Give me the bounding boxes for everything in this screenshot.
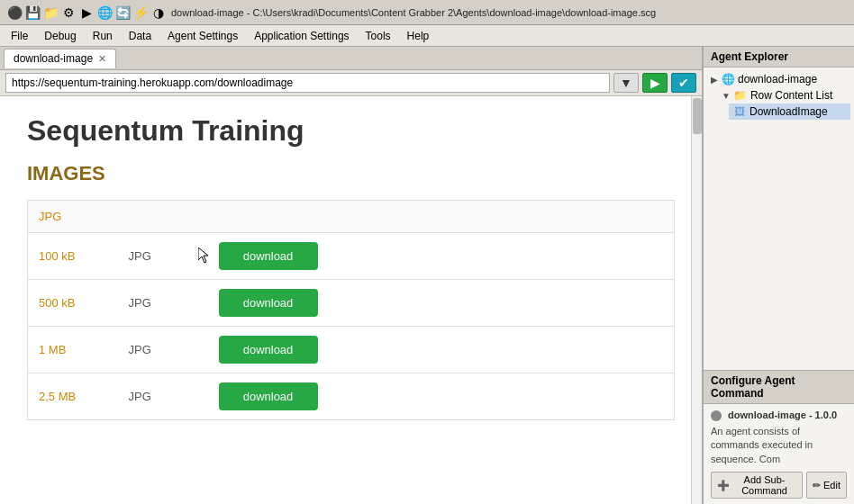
- browser-panel: download-image ✕ ▼ ▶ ✔ Sequentum Trainin…: [0, 47, 703, 504]
- navigate-button[interactable]: ▶: [642, 73, 668, 93]
- action-cell-2: download: [208, 280, 675, 327]
- tab-bar: download-image ✕: [0, 47, 702, 70]
- type-cell-1: JPG: [118, 233, 208, 280]
- half-circle-icon[interactable]: ◑: [151, 5, 166, 20]
- menu-agent-settings[interactable]: Agent Settings: [160, 28, 245, 44]
- title-bar: ⚫ 💾 📁 ⚙ ▶ 🌐 🔄 ⚡ ◑ download-image - C:\Us…: [0, 0, 854, 25]
- plus-icon: ➕: [717, 480, 730, 491]
- type-cell-4: JPG: [118, 374, 208, 420]
- download-button-1[interactable]: download: [219, 242, 318, 270]
- tree-item-row-content[interactable]: ▼ 📁 Row Content List: [718, 87, 850, 104]
- globe-tree-icon: 🌐: [721, 73, 735, 86]
- dropdown-button[interactable]: ▼: [613, 73, 639, 93]
- menu-help[interactable]: Help: [400, 28, 437, 44]
- type-cell-2: JPG: [118, 280, 208, 327]
- run-icon[interactable]: ▶: [79, 5, 94, 20]
- tree-item-root[interactable]: ▶ 🌐 download-image: [707, 71, 850, 87]
- scrollbar-track[interactable]: [691, 96, 702, 504]
- menu-debug[interactable]: Debug: [37, 28, 83, 44]
- size-cell-4: 2,5 MB: [28, 374, 118, 420]
- menu-run[interactable]: Run: [86, 28, 120, 44]
- action-cell-4: download: [208, 374, 675, 420]
- window-title: download-image - C:\Users\kradi\Document…: [171, 7, 656, 18]
- menu-data[interactable]: Data: [122, 28, 159, 44]
- header-empty-2: [208, 201, 675, 233]
- tree-download-image-label: DownloadImage: [750, 105, 828, 118]
- tree-expand-icon-2: ▼: [722, 91, 731, 101]
- download-button-2[interactable]: download: [219, 289, 318, 317]
- tab-close-button[interactable]: ✕: [98, 53, 106, 65]
- tree-item-download-image[interactable]: 🖼 DownloadImage: [729, 104, 850, 120]
- menu-bar: File Debug Run Data Agent Settings Appli…: [0, 25, 854, 47]
- configure-panel: Configure Agent Command download-image -…: [704, 370, 854, 504]
- add-sub-command-label: Add Sub-Command: [732, 474, 796, 496]
- page-title: Sequentum Training: [27, 114, 675, 148]
- web-content: Sequentum Training IMAGES JPG 100 kB JPG…: [0, 96, 702, 504]
- agent-name-text: download-image - 1.0.0: [728, 410, 837, 420]
- size-cell-3: 1 MB: [28, 327, 118, 374]
- agent-description: An agent consists of commands executed i…: [711, 425, 847, 466]
- table-row: 1 MB JPG download: [28, 327, 675, 374]
- download-button-4[interactable]: download: [219, 382, 318, 410]
- table-row: 2,5 MB JPG download: [28, 374, 675, 420]
- action-cell-1: download: [208, 233, 675, 280]
- open-icon[interactable]: 📁: [43, 5, 58, 20]
- configure-actions: ➕ Add Sub-Command ✏ Edit: [711, 472, 847, 499]
- agent-version-label: download-image - 1.0.0: [711, 410, 847, 421]
- table-row: 500 kB JPG download: [28, 280, 675, 327]
- save-icon[interactable]: 💾: [25, 5, 40, 20]
- agent-tree: ▶ 🌐 download-image ▼ 📁 Row Content List …: [704, 68, 854, 370]
- address-bar: ▼ ▶ ✔: [0, 70, 702, 96]
- app-icon: ⚫: [7, 5, 22, 20]
- agent-dot-icon: [711, 410, 722, 421]
- add-sub-command-button[interactable]: ➕ Add Sub-Command: [711, 472, 803, 499]
- right-panel: Agent Explorer ▶ 🌐 download-image ▼ 📁 Ro…: [703, 47, 854, 504]
- tab-label: download-image: [14, 52, 93, 65]
- tree-expand-icon: ▶: [711, 75, 718, 85]
- edit-label: Edit: [823, 480, 840, 490]
- images-table: JPG 100 kB JPG download 500 kB JPG: [27, 200, 675, 420]
- configure-body: download-image - 1.0.0 An agent consists…: [704, 404, 854, 504]
- edit-icon: ✏: [813, 480, 821, 491]
- table-header-row: JPG: [28, 201, 675, 233]
- size-cell-1: 100 kB: [28, 233, 118, 280]
- header-col: JPG: [28, 201, 118, 233]
- action-cell-3: download: [208, 327, 675, 374]
- header-empty-1: [118, 201, 208, 233]
- tree-row-content-label: Row Content List: [750, 89, 832, 102]
- lightning-icon[interactable]: ⚡: [133, 5, 148, 20]
- tree-root-label: download-image: [738, 73, 817, 86]
- table-row: 100 kB JPG download: [28, 233, 675, 280]
- download-button-3[interactable]: download: [219, 336, 318, 364]
- globe-title-icon[interactable]: 🌐: [97, 5, 112, 20]
- menu-tools[interactable]: Tools: [359, 28, 398, 44]
- menu-app-settings[interactable]: Application Settings: [247, 28, 356, 44]
- edit-button[interactable]: ✏ Edit: [806, 472, 847, 499]
- configure-header: Configure Agent Command: [704, 371, 854, 404]
- verify-button[interactable]: ✔: [671, 73, 696, 93]
- menu-file[interactable]: File: [4, 28, 35, 44]
- refresh-title-icon[interactable]: 🔄: [115, 5, 130, 20]
- folder-tree-icon: 📁: [733, 89, 748, 102]
- browser-tab[interactable]: download-image ✕: [4, 49, 116, 68]
- settings-icon[interactable]: ⚙: [61, 5, 76, 20]
- agent-explorer-header: Agent Explorer: [704, 47, 854, 68]
- page-subtitle: IMAGES: [27, 162, 675, 185]
- scrollbar-thumb[interactable]: [693, 98, 702, 134]
- page-tree-icon: 🖼: [732, 105, 747, 118]
- address-input[interactable]: [5, 73, 610, 93]
- size-cell-2: 500 kB: [28, 280, 118, 327]
- type-cell-3: JPG: [118, 327, 208, 374]
